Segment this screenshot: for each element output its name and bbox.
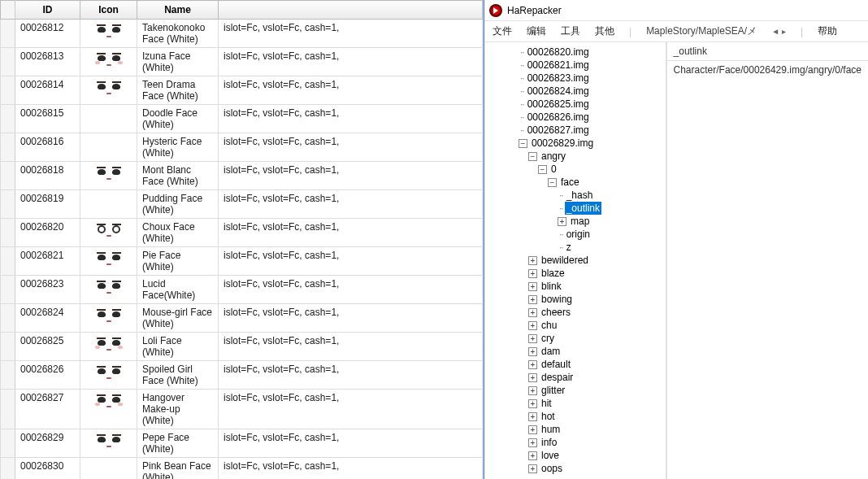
table-row[interactable]: 00026826Spoiled Girl Face (White)islot=F… bbox=[1, 361, 483, 390]
tree-label[interactable]: 00026821.img bbox=[526, 59, 591, 72]
tree-item-origin[interactable]: ··origin bbox=[486, 228, 664, 241]
tree-label[interactable]: despair bbox=[540, 371, 575, 384]
tree-label[interactable]: default bbox=[540, 358, 572, 371]
tree-item-hot[interactable]: +hot bbox=[486, 410, 664, 423]
titlebar[interactable]: HaRepacker bbox=[484, 0, 868, 21]
tree-label[interactable]: bowing bbox=[540, 293, 574, 306]
tree-toggle-icon[interactable]: − bbox=[538, 165, 547, 174]
tree-label[interactable]: 00026827.img bbox=[526, 124, 591, 137]
tree-item-oops[interactable]: +oops bbox=[486, 462, 664, 475]
tree-item-img[interactable]: ··00026820.img bbox=[486, 46, 664, 59]
tree-item-dam[interactable]: +dam bbox=[486, 345, 664, 358]
tree-label[interactable]: origin bbox=[565, 228, 592, 241]
tree-toggle-icon[interactable]: + bbox=[528, 334, 537, 343]
tree-pane[interactable]: ··00026820.img··00026821.img··00026823.i… bbox=[484, 42, 667, 479]
tree-item-_hash[interactable]: ··_hash bbox=[486, 189, 664, 202]
tree-label[interactable]: 00026829.img bbox=[530, 137, 595, 150]
tree-toggle-icon[interactable]: + bbox=[528, 347, 537, 356]
tree-label[interactable]: love bbox=[540, 449, 561, 462]
tree-toggle-icon[interactable]: + bbox=[528, 438, 537, 447]
tree-item-img[interactable]: ··00026825.img bbox=[486, 98, 664, 111]
menu-nav-arrows[interactable]: ◄ ▸ bbox=[771, 27, 786, 36]
tree-toggle-icon[interactable]: + bbox=[528, 256, 537, 265]
tree-label[interactable]: _outlink bbox=[565, 202, 601, 215]
tree-label[interactable]: glitter bbox=[540, 384, 566, 397]
table-row[interactable]: 00026812Takenokonoko Face (White)islot=F… bbox=[1, 20, 483, 48]
tree-item-blink[interactable]: +blink bbox=[486, 280, 664, 293]
tree-label[interactable]: angry bbox=[540, 150, 567, 163]
tree-toggle-icon[interactable]: − bbox=[528, 152, 537, 161]
tree-item-hit[interactable]: +hit bbox=[486, 397, 664, 410]
tree-item-blaze[interactable]: +blaze bbox=[486, 267, 664, 280]
table-row[interactable]: 00026823Lucid Face(White)islot=Fc, vslot… bbox=[1, 276, 483, 304]
tree-label[interactable]: cry bbox=[540, 332, 556, 345]
tree-item-bowing[interactable]: +bowing bbox=[486, 293, 664, 306]
col-icon[interactable]: Icon bbox=[80, 1, 137, 20]
tree-item-_outlink[interactable]: ··_outlink bbox=[486, 202, 664, 215]
tree-label[interactable]: hum bbox=[540, 423, 562, 436]
tree-item-img[interactable]: ··00026821.img bbox=[486, 59, 664, 72]
tree-toggle-icon[interactable]: + bbox=[528, 295, 537, 304]
tree-label[interactable]: face bbox=[559, 176, 581, 189]
tree-label[interactable]: dam bbox=[540, 345, 562, 358]
table-row[interactable]: 00026827Hangover Make-up (White)islot=Fc… bbox=[1, 390, 483, 429]
tree-item-img-expanded[interactable]: −00026829.img bbox=[486, 137, 664, 150]
tree-toggle-icon[interactable]: + bbox=[528, 451, 537, 460]
table-row[interactable]: 00026824Mouse-girl Face (White)islot=Fc,… bbox=[1, 304, 483, 333]
tree-toggle-icon[interactable]: − bbox=[548, 178, 557, 187]
tree-item-despair[interactable]: +despair bbox=[486, 371, 664, 384]
menu-tools[interactable]: 工具 bbox=[561, 24, 580, 38]
tree-toggle-icon[interactable]: + bbox=[528, 386, 537, 395]
table-row[interactable]: 00026830Pink Bean Face (White)islot=Fc, … bbox=[1, 458, 483, 480]
tree-label[interactable]: 0 bbox=[549, 163, 558, 176]
tree-toggle-icon[interactable]: + bbox=[528, 269, 537, 278]
table-row[interactable]: 00026820Choux Face (White)islot=Fc, vslo… bbox=[1, 219, 483, 247]
menu-edit[interactable]: 编辑 bbox=[527, 24, 546, 38]
tree-label[interactable]: bewildered bbox=[540, 254, 590, 267]
col-desc[interactable] bbox=[219, 1, 483, 20]
tree-item-hum[interactable]: +hum bbox=[486, 423, 664, 436]
tree-toggle-icon[interactable]: + bbox=[528, 399, 537, 408]
tree-item-glitter[interactable]: +glitter bbox=[486, 384, 664, 397]
detail-value[interactable]: Character/Face/00026429.img/angry/0/face bbox=[667, 61, 868, 479]
tree-item-bewildered[interactable]: +bewildered bbox=[486, 254, 664, 267]
table-row[interactable]: 00026819Pudding Face (White)islot=Fc, vs… bbox=[1, 190, 483, 219]
tree-item-map[interactable]: +map bbox=[486, 215, 664, 228]
tree-toggle-icon[interactable]: + bbox=[558, 217, 566, 226]
tree-item-default[interactable]: +default bbox=[486, 358, 664, 371]
tree-item-img[interactable]: ··00026826.img bbox=[486, 111, 664, 124]
tree-item-chu[interactable]: +chu bbox=[486, 319, 664, 332]
tree-item-love[interactable]: +love bbox=[486, 449, 664, 462]
tree-toggle-icon[interactable]: + bbox=[528, 412, 537, 421]
tree-label[interactable]: _hash bbox=[565, 189, 595, 202]
tree-label[interactable]: blaze bbox=[540, 267, 566, 280]
tree-toggle-icon[interactable]: + bbox=[528, 425, 537, 434]
tree-label[interactable]: 00026820.img bbox=[526, 46, 591, 59]
tree-label[interactable]: oops bbox=[540, 462, 564, 475]
tree-item-img[interactable]: ··00026823.img bbox=[486, 72, 664, 85]
tree-label[interactable]: cheers bbox=[540, 306, 572, 319]
table-row[interactable]: 00026816Hysteric Face (White)islot=Fc, v… bbox=[1, 133, 483, 162]
menu-file[interactable]: 文件 bbox=[493, 24, 512, 38]
table-row[interactable]: 00026813Izuna Face (White)islot=Fc, vslo… bbox=[1, 48, 483, 76]
table-row[interactable]: 00026818Mont Blanc Face (White)islot=Fc,… bbox=[1, 162, 483, 190]
tree-label[interactable]: 00026825.img bbox=[526, 98, 591, 111]
table-row[interactable]: 00026821Pie Face (White)islot=Fc, vslot=… bbox=[1, 247, 483, 276]
table-row[interactable]: 00026829Pepe Face (White)islot=Fc, vslot… bbox=[1, 429, 483, 458]
tree-label[interactable]: hot bbox=[540, 410, 557, 423]
tree-label[interactable]: z bbox=[565, 241, 573, 254]
tree-label[interactable]: 00026826.img bbox=[526, 111, 591, 124]
menu-path[interactable]: MapleStory/MapleSEA/メ bbox=[646, 24, 757, 38]
tree-toggle-icon[interactable]: − bbox=[519, 139, 527, 148]
menu-help[interactable]: 帮助 bbox=[818, 24, 837, 38]
tree-toggle-icon[interactable]: + bbox=[528, 360, 537, 369]
tree-label[interactable]: 00026823.img bbox=[526, 72, 591, 85]
tree-item-info[interactable]: +info bbox=[486, 436, 664, 449]
tree-label[interactable]: blink bbox=[540, 280, 563, 293]
tree-item-cheers[interactable]: +cheers bbox=[486, 306, 664, 319]
tree-item-face[interactable]: −face bbox=[486, 176, 664, 189]
tree-label[interactable]: 00026824.img bbox=[526, 85, 591, 98]
tree-label[interactable]: map bbox=[569, 215, 591, 228]
tree-toggle-icon[interactable]: + bbox=[528, 282, 537, 291]
tree-label[interactable]: info bbox=[540, 436, 558, 449]
